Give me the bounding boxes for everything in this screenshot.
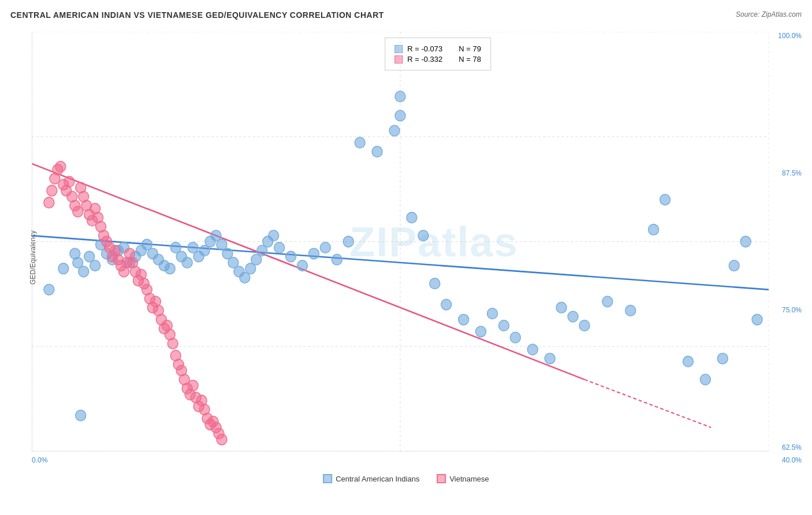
svg-point-93 [64,176,75,187]
svg-point-82 [729,260,739,271]
svg-point-54 [331,254,342,265]
svg-point-72 [556,302,567,313]
svg-point-69 [510,332,520,343]
svg-point-76 [625,305,636,316]
svg-point-50 [286,251,296,262]
bottom-legend: Central American Indians Vietnamese [323,474,489,483]
svg-point-65 [459,314,469,325]
svg-point-73 [568,311,578,322]
legend-blue-label: Central American Indians [336,475,419,483]
svg-point-61 [407,212,417,223]
svg-point-129 [167,338,178,349]
y-axis-labels: 100.0% 87.5% 75.0% 62.5% [778,32,802,451]
svg-point-70 [527,344,538,355]
svg-point-74 [579,320,590,331]
svg-point-59 [395,110,405,121]
y-label-100: 100.0% [778,32,802,40]
svg-line-10 [584,379,711,427]
svg-point-90 [55,161,66,172]
y-label-625: 62.5% [778,443,802,451]
x-label-start: 0.0% [32,456,47,464]
svg-point-33 [182,258,192,268]
svg-point-60 [395,91,405,102]
svg-point-53 [320,242,330,253]
svg-point-83 [740,236,751,247]
svg-point-49 [274,242,285,253]
svg-point-62 [418,230,429,241]
svg-point-78 [660,194,671,205]
svg-point-58 [389,125,400,136]
svg-point-75 [602,296,613,307]
legend-pink-box [437,474,446,483]
chart-title: CENTRAL AMERICAN INDIAN VS VIETNAMESE GE… [10,10,384,20]
svg-point-71 [545,353,555,364]
svg-point-55 [343,236,353,247]
svg-point-11 [44,284,54,295]
chart-container: CENTRAL AMERICAN INDIAN VS VIETNAMESE GE… [0,0,812,515]
svg-point-52 [308,248,319,259]
legend-blue: Central American Indians [323,474,419,483]
svg-point-17 [90,260,100,271]
svg-point-80 [700,374,710,385]
svg-point-68 [498,320,509,331]
svg-point-64 [441,299,452,310]
svg-line-9 [32,163,584,379]
svg-point-12 [58,263,69,274]
svg-point-66 [476,326,486,337]
svg-point-87 [47,185,57,196]
svg-point-15 [79,266,89,277]
svg-point-51 [297,260,308,271]
svg-point-79 [683,356,693,367]
svg-point-63 [430,278,440,289]
svg-point-57 [372,146,382,157]
svg-point-136 [188,380,198,391]
x-label-end: 40.0% [782,456,802,464]
chart-area: ZIPatlas [32,32,769,451]
legend-pink-label: Vietnamese [449,475,489,483]
svg-point-81 [717,353,728,364]
chart-svg [32,32,769,451]
svg-point-67 [487,308,498,319]
y-label-875: 87.5% [778,169,802,177]
svg-point-30 [165,263,175,274]
svg-point-146 [217,434,227,445]
svg-point-86 [44,197,54,208]
svg-point-77 [649,224,659,235]
svg-point-84 [752,314,762,325]
svg-point-48 [269,230,279,241]
legend-blue-box [323,474,332,483]
legend-pink: Vietnamese [437,474,489,483]
y-label-75: 75.0% [778,306,802,314]
source-label: Source: ZipAtlas.com [736,10,802,18]
svg-point-85 [76,410,86,421]
svg-point-56 [355,137,365,148]
